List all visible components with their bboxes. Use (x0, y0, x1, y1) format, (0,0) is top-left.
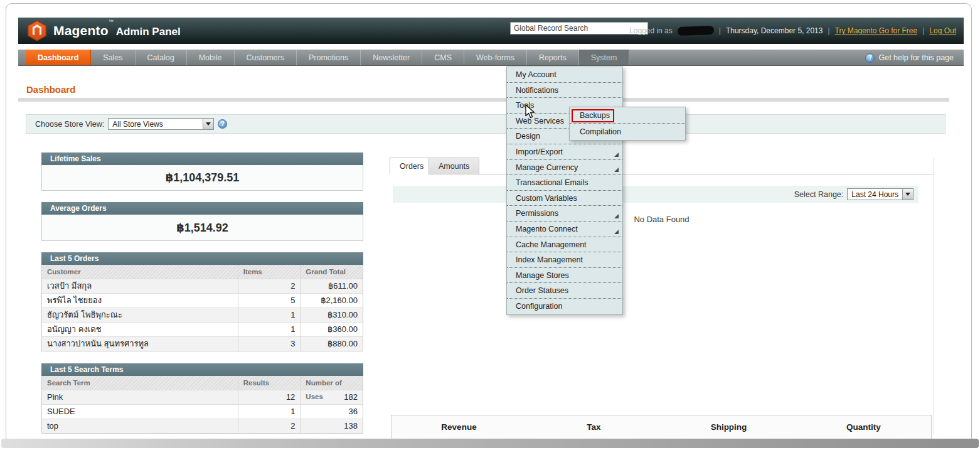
brand-tm: ™ (109, 19, 114, 24)
try-magento-go-link[interactable]: Try Magento Go for Free (835, 26, 918, 35)
nav-item-system[interactable]: System (579, 50, 630, 65)
last-orders-header: Last 5 Orders (41, 252, 363, 265)
results-cell: 1 (238, 405, 301, 419)
items-cell: 5 (238, 294, 301, 308)
nav-spacer (18, 50, 26, 65)
term-cell: Pink (42, 390, 238, 404)
table-row[interactable]: อนัญญา คงเดช 1 ฿360.00 (42, 322, 363, 336)
customer-cell: นางสาวปาหนัน สุนทรศารทูล (42, 337, 238, 351)
global-search-input[interactable] (510, 22, 648, 35)
tab-amounts[interactable]: Amounts (429, 158, 479, 174)
col-grand-total: Grand Total (300, 265, 363, 279)
col-search-term: Search Term (42, 376, 238, 390)
menu-item-notifications[interactable]: Notifications (507, 83, 622, 99)
title-divider (18, 98, 949, 102)
nav-item-sales[interactable]: Sales (91, 50, 135, 65)
customer-cell: พรพิไล ไชยยอง (42, 294, 238, 308)
username-redaction-blob (678, 26, 714, 36)
table-row[interactable]: เวสป้า มีสกุล 2 ฿611.00 (42, 279, 363, 293)
table-row[interactable]: พรพิไล ไชยยอง 5 ฿2,160.00 (42, 293, 363, 308)
range-select[interactable]: Last 24 Hours (847, 188, 913, 200)
customer-cell: อนัญญา คงเดช (42, 323, 238, 336)
menu-item-manage-stores[interactable]: Manage Stores (507, 268, 622, 284)
brand-text: Magento™Admin Panel (53, 23, 181, 38)
average-orders-value: ฿1,514.92 (41, 215, 363, 241)
menu-item-manage-currency[interactable]: Manage Currency (507, 160, 622, 176)
card-title: Average Orders (41, 202, 363, 215)
header-right: Logged in as | Thursday, December 5, 201… (629, 18, 956, 44)
chevron-down-icon (206, 122, 211, 126)
total-cell: ฿310.00 (300, 308, 363, 322)
separator: | (719, 26, 721, 35)
store-view-select[interactable]: All Store Views (108, 118, 214, 130)
nav-item-dashboard[interactable]: Dashboard (26, 50, 91, 65)
store-view-selected: All Store Views (109, 120, 203, 129)
menu-item-order-statuses[interactable]: Order Statuses (507, 283, 622, 299)
submenu-corner-icon (614, 230, 619, 234)
submenu-item-compilation[interactable]: Compilation (570, 124, 685, 140)
menu-item-index-management[interactable]: Index Management (507, 252, 622, 268)
nav-item-cms[interactable]: CMS (422, 50, 464, 65)
panel-right-border (934, 158, 934, 435)
menu-item-transactional-emails[interactable]: Transactional Emails (507, 175, 622, 191)
nav-item-reports[interactable]: Reports (527, 50, 579, 65)
table-row[interactable]: SUEDE 1 36 (42, 404, 363, 419)
separator: | (828, 26, 829, 35)
no-data-message: No Data Found (390, 215, 934, 224)
tab-orders[interactable]: Orders (390, 158, 434, 174)
menu-item-my-account[interactable]: My Account (507, 67, 622, 83)
table-header-row: Customer Items Grand Total (42, 265, 363, 279)
main-nav: Dashboard Sales Catalog Mobile Customers… (18, 50, 964, 66)
screenshot-bottom-shadow (1, 439, 979, 448)
nav-item-customers[interactable]: Customers (235, 50, 297, 65)
menu-item-permissions[interactable]: Permissions (507, 206, 622, 222)
menu-item-custom-variables[interactable]: Custom Variables (507, 191, 622, 206)
total-cell: ฿880.00 (300, 337, 363, 351)
get-help-link[interactable]: ? Get help for this page (865, 50, 954, 66)
page-title: Dashboard (26, 84, 75, 95)
customer-cell: ธัญวรัตม์ โพธิพุกะณะ (42, 308, 238, 322)
table-row[interactable]: นางสาวปาหนัน สุนทรศารทูล 3 ฿880.00 (42, 336, 363, 351)
table-row[interactable]: top 2 138 (42, 419, 363, 433)
submenu-corner-icon (614, 152, 619, 157)
menu-item-import-export[interactable]: Import/Export (507, 144, 622, 160)
admin-header: Magento™Admin Panel Logged in as | Thurs… (18, 18, 964, 44)
store-view-help-icon[interactable]: ? (218, 119, 227, 129)
help-icon: ? (865, 53, 875, 63)
menu-item-magento-connect[interactable]: Magento Connect (507, 222, 622, 237)
term-cell: top (42, 419, 238, 433)
uses-cell: 36 (300, 405, 363, 419)
nav-item-newsletter[interactable]: Newsletter (361, 50, 422, 65)
select-range-label: Select Range: (794, 190, 844, 199)
table-row[interactable]: ธัญวรัตม์ โพธิพุกะณะ 1 ฿310.00 (42, 308, 363, 322)
screenshot-frame: Magento™Admin Panel Logged in as | Thurs… (6, 3, 972, 444)
total-cell: ฿360.00 (300, 323, 363, 336)
nav-item-web-forms[interactable]: Web-forms (464, 50, 527, 65)
items-cell: 1 (238, 308, 301, 322)
chevron-down-icon (905, 193, 910, 196)
card-title: Lifetime Sales (41, 152, 363, 165)
brand-name: Magento (53, 23, 109, 38)
menu-item-cache-management[interactable]: Cache Management (507, 237, 622, 253)
lifetime-sales-value: ฿1,104,379.51 (41, 165, 363, 191)
col-number-of-uses: Number of Uses (300, 376, 363, 390)
total-cell: ฿611.00 (300, 279, 363, 293)
items-cell: 1 (238, 323, 301, 336)
nav-item-mobile[interactable]: Mobile (187, 50, 235, 65)
separator: | (922, 26, 924, 35)
table-row[interactable]: Pink 12 182 (42, 390, 363, 404)
col-results: Results (238, 376, 301, 390)
menu-item-configuration[interactable]: Configuration (507, 299, 622, 314)
term-cell: SUEDE (42, 405, 238, 419)
table-title: Last 5 Orders (41, 252, 363, 265)
nav-item-promotions[interactable]: Promotions (297, 50, 361, 65)
store-view-label: Choose Store View: (35, 120, 104, 129)
customer-cell: เวสป้า มีสกุล (42, 279, 238, 293)
results-cell: 12 (238, 390, 301, 404)
dropdown-arrow-button[interactable] (902, 189, 913, 200)
store-view-bar: Choose Store View: All Store Views ? (26, 114, 945, 134)
nav-item-catalog[interactable]: Catalog (136, 50, 187, 65)
log-out-link[interactable]: Log Out (929, 26, 956, 35)
dropdown-arrow-button[interactable] (203, 119, 213, 129)
uses-cell: 182 (300, 390, 363, 404)
